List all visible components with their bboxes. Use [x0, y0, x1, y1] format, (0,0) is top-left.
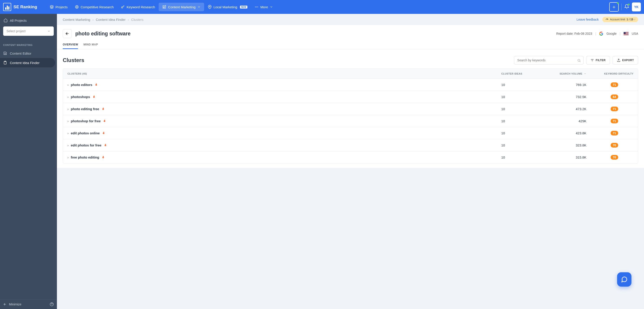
crumb-clusters: Clusters — [131, 18, 144, 21]
nav-projects[interactable]: Projects — [46, 3, 71, 11]
project-select-label: Select project — [6, 29, 26, 33]
chevron-down-icon — [198, 5, 200, 8]
sidebar-content-idea-finder[interactable]: Content Idea Finder — [0, 58, 55, 67]
filter-button[interactable]: FILTER — [586, 56, 610, 64]
nav-more[interactable]: More — [251, 3, 276, 11]
account-limit-badge[interactable]: Account limit 1 / 15 i — [602, 17, 638, 22]
account-limit-value: 1 / 15 — [626, 18, 633, 21]
brand-logo[interactable] — [3, 3, 11, 11]
svg-point-1 — [75, 5, 78, 8]
col-clusters[interactable]: CLUSTERS (45) — [63, 69, 497, 79]
difficulty-badge: 71 — [610, 119, 618, 123]
edit-icon — [162, 5, 166, 9]
leave-feedback-link[interactable]: Leave feedback — [576, 18, 599, 21]
chevron-right-icon[interactable]: › — [68, 95, 68, 99]
cluster-name: photoshops — [71, 95, 90, 99]
cluster-name: photoshop for free — [71, 119, 100, 123]
chevron-right-icon[interactable]: › — [68, 131, 68, 135]
tab-mind-map[interactable]: MIND MAP — [83, 41, 98, 49]
filter-icon — [590, 58, 594, 62]
svg-line-17 — [607, 19, 608, 20]
chat-fab[interactable] — [617, 272, 632, 287]
clusters-table: CLUSTERS (45) CLUSTER IDEAS SEARCH VOLUM… — [63, 68, 638, 163]
avatar[interactable]: YK — [632, 2, 641, 11]
cluster-ideas: 10 — [497, 116, 544, 126]
gauge-icon — [606, 18, 608, 21]
chevron-right-icon: › — [128, 18, 129, 21]
topbar: SE Ranking Projects Competitive Research… — [0, 0, 644, 14]
difficulty-badge: 71 — [610, 131, 618, 135]
table-row[interactable]: ›photoshops10732.5K64 — [63, 91, 638, 103]
table-row[interactable]: ›photo editors10769.1K71 — [63, 79, 638, 91]
chevron-right-icon[interactable]: › — [68, 143, 68, 147]
cluster-name: edit photos for free — [71, 143, 102, 147]
chevron-right-icon[interactable]: › — [68, 83, 68, 87]
fire-icon — [92, 95, 96, 99]
col-search-volume-label: SEARCH VOLUME — [560, 72, 582, 75]
report-date: Report date: Feb-08 2023 — [556, 32, 592, 35]
fire-icon — [104, 143, 107, 147]
search-volume: 769.1K — [544, 79, 591, 90]
nav-content-label: Content Marketing — [168, 5, 196, 9]
table-row[interactable]: ›edit photos online10423.8K71 — [63, 127, 638, 139]
search-input[interactable] — [514, 56, 584, 64]
sidebar-content-editor[interactable]: Content Editor — [0, 49, 55, 58]
project-select[interactable]: Select project — [3, 26, 54, 36]
search-icon — [577, 59, 581, 62]
chat-icon — [621, 276, 628, 283]
difficulty-badge: 71 — [610, 82, 618, 87]
nav-competitive[interactable]: Competitive Research — [71, 3, 118, 11]
search-volume: 423.8K — [544, 128, 591, 139]
col-keyword-difficulty[interactable]: KEYWORD DIFFICULTY — [591, 69, 638, 79]
table-row[interactable]: ›photoshop for free10429K71 — [63, 115, 638, 127]
status-dot-icon — [617, 2, 619, 4]
chevron-right-icon: › — [92, 18, 94, 21]
back-button[interactable] — [63, 29, 72, 38]
fire-icon — [94, 83, 98, 87]
chevron-right-icon[interactable]: › — [68, 107, 68, 111]
nav-keyword[interactable]: Keyword Research — [117, 3, 159, 11]
nav-more-label: More — [260, 5, 268, 9]
svg-point-6 — [209, 6, 210, 7]
cluster-name: free photo editing — [71, 155, 99, 159]
country: USA — [632, 32, 638, 35]
cluster-ideas: 10 — [497, 103, 544, 114]
nav-content-marketing[interactable]: Content Marketing — [159, 3, 204, 11]
difficulty-badge: 70 — [610, 155, 618, 160]
add-button[interactable]: ＋ — [609, 2, 619, 12]
clusters-section-title: Clusters — [63, 57, 84, 63]
arrow-left-icon — [3, 303, 7, 306]
google-icon — [599, 31, 603, 36]
crumb-content-idea-finder[interactable]: Content Idea Finder — [96, 18, 126, 21]
usa-flag-icon — [624, 32, 628, 35]
cluster-ideas: 10 — [497, 91, 544, 102]
crumb-content-marketing[interactable]: Content Marketing — [63, 18, 90, 21]
nav-local[interactable]: Local Marketing NEW — [204, 3, 251, 11]
help-icon[interactable] — [50, 302, 54, 306]
search-volume: 315.8K — [544, 152, 591, 163]
chevron-right-icon[interactable]: › — [68, 119, 68, 123]
sidebar-all-projects[interactable]: All Projects — [3, 17, 54, 24]
difficulty-badge: 71 — [610, 107, 618, 111]
fire-icon — [102, 131, 105, 135]
table-row[interactable]: ›edit photos for free10323.8K70 — [63, 139, 638, 151]
pin-icon — [208, 5, 212, 9]
divider: | — [596, 32, 596, 35]
search-volume: 323.8K — [544, 140, 591, 151]
col-search-volume[interactable]: SEARCH VOLUME — [544, 69, 591, 79]
col-cluster-ideas[interactable]: CLUSTER IDEAS — [497, 69, 544, 79]
table-row[interactable]: ›photo editing free10473.2K71 — [63, 103, 638, 115]
sidebar-all-projects-label: All Projects — [10, 18, 27, 22]
cluster-ideas: 10 — [497, 140, 544, 151]
fire-icon — [102, 107, 105, 111]
filter-label: FILTER — [596, 59, 606, 62]
chevron-right-icon[interactable]: › — [68, 155, 68, 159]
tab-overview[interactable]: OVERVIEW — [63, 41, 78, 49]
minimize-button[interactable]: Minimize — [3, 303, 21, 306]
export-button[interactable]: EXPORT — [613, 56, 638, 64]
clipboard-icon — [3, 61, 7, 65]
svg-point-2 — [76, 6, 78, 7]
search-volume: 429K — [544, 116, 591, 126]
notifications-button[interactable] — [624, 4, 629, 10]
table-row[interactable]: ›free photo editing10315.8K70 — [63, 151, 638, 163]
